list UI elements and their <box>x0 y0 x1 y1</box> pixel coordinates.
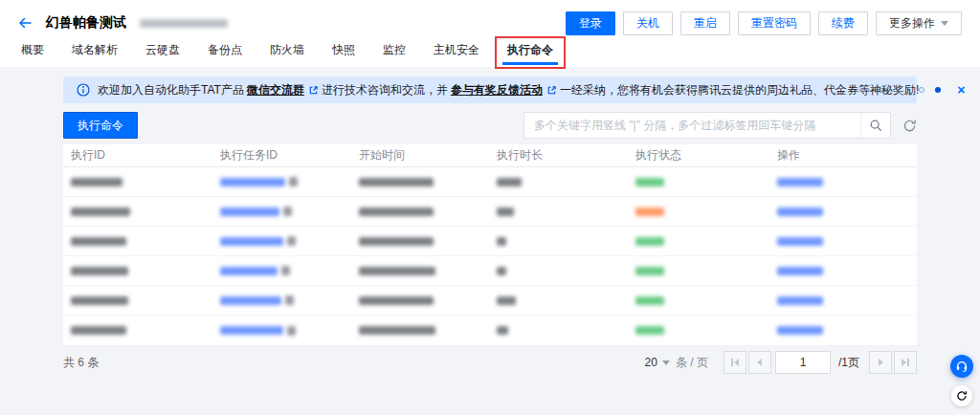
tab-backup-point[interactable]: 备份点 <box>206 39 244 67</box>
quick-reload-button[interactable] <box>951 385 972 406</box>
table-row <box>63 167 917 197</box>
status-redacted <box>635 326 664 335</box>
restart-button[interactable]: 重启 <box>680 11 730 35</box>
tab-cloud-disk[interactable]: 云硬盘 <box>144 39 182 67</box>
first-page-button[interactable] <box>724 351 746 374</box>
feedback-activity-link[interactable]: 参与有奖反馈活动 <box>451 82 543 98</box>
table-cell <box>489 296 628 305</box>
page-title: 幻兽帕鲁测试 <box>46 14 126 32</box>
action-link-redacted[interactable] <box>777 296 823 305</box>
table-cell <box>351 178 489 186</box>
duration-redacted <box>497 267 506 275</box>
execution-id-redacted <box>71 178 122 186</box>
start-time-redacted <box>359 208 434 216</box>
execute-command-button[interactable]: 执行命令 <box>63 112 138 139</box>
external-link-icon[interactable] <box>546 85 557 96</box>
duration-redacted <box>497 326 508 335</box>
tab-firewall[interactable]: 防火墙 <box>268 39 306 67</box>
execution-id-redacted <box>71 208 130 216</box>
table-cell <box>212 177 351 186</box>
refresh-table-icon[interactable] <box>902 119 917 133</box>
tab-execute-command[interactable]: 执行命令 <box>505 39 555 67</box>
table-header-row: 执行ID执行任务ID开始时间执行时长执行状态操作 <box>63 144 917 167</box>
last-page-button[interactable] <box>894 351 917 374</box>
renew-button[interactable]: 续费 <box>818 11 868 35</box>
reset-password-button[interactable]: 重置密码 <box>738 11 811 35</box>
copy-icon-redacted[interactable] <box>287 236 296 246</box>
wechat-group-link[interactable]: 微信交流群 <box>247 82 304 98</box>
more-actions-button[interactable]: 更多操作 <box>876 11 962 35</box>
action-link-redacted[interactable] <box>777 208 823 216</box>
carousel-dot-2[interactable] <box>935 87 941 93</box>
table-cell <box>489 326 628 335</box>
table-body <box>63 167 917 345</box>
tab-snapshot[interactable]: 快照 <box>330 39 357 67</box>
page-size-select[interactable]: 20 <box>645 356 670 369</box>
task-id-link-redacted[interactable] <box>220 326 283 335</box>
table-cell <box>769 326 917 335</box>
page-number-input[interactable]: 1 <box>775 351 831 374</box>
copy-icon-redacted[interactable] <box>287 326 296 336</box>
table-cell <box>212 207 351 216</box>
task-id-link-redacted[interactable] <box>220 267 278 275</box>
action-link-redacted[interactable] <box>777 178 823 186</box>
table-cell <box>769 237 917 246</box>
search-input[interactable] <box>524 119 860 132</box>
status-redacted <box>635 267 664 275</box>
shutdown-button[interactable]: 关机 <box>623 11 673 35</box>
copy-icon-redacted[interactable] <box>281 266 290 275</box>
banner-controls: × <box>919 83 965 97</box>
page-size-value: 20 <box>645 356 657 369</box>
total-pages-label: /1页 <box>838 355 859 371</box>
action-link-redacted[interactable] <box>777 267 823 275</box>
task-id-link-redacted[interactable] <box>220 208 279 216</box>
tab-host-security[interactable]: 主机安全 <box>432 39 481 67</box>
tab-monitor[interactable]: 监控 <box>381 39 408 67</box>
external-link-icon[interactable] <box>308 85 319 96</box>
start-time-redacted <box>359 237 434 246</box>
carousel-dot-1[interactable] <box>919 87 924 93</box>
banner-text: 欢迎加入自动化助手TAT产品 <box>98 82 244 98</box>
prev-page-button[interactable] <box>748 351 771 374</box>
column-header: 执行ID <box>63 147 212 164</box>
tab-bar: 概要域名解析云硬盘备份点防火墙快照监控主机安全执行命令 <box>0 42 980 67</box>
headset-icon <box>955 360 969 373</box>
banner-close-icon[interactable]: × <box>957 83 965 97</box>
info-banner: 欢迎加入自动化助手TAT产品 微信交流群 进行技术咨询和交流，并 参与有奖反馈活… <box>63 76 917 103</box>
instance-subtitle-redacted <box>140 19 228 28</box>
duration-redacted <box>497 237 506 246</box>
execution-id-redacted <box>71 267 128 275</box>
table-row <box>63 256 917 286</box>
tab-dns[interactable]: 域名解析 <box>70 39 120 67</box>
search-icon[interactable] <box>860 113 890 138</box>
table-cell <box>212 266 351 275</box>
task-id-link-redacted[interactable] <box>220 296 281 305</box>
task-id-link-redacted[interactable] <box>220 237 283 246</box>
login-button[interactable]: 登录 <box>566 11 615 35</box>
customer-service-button[interactable] <box>950 355 973 378</box>
task-id-link-redacted[interactable] <box>220 178 285 186</box>
top-bar: 幻兽帕鲁测试 登录关机重启重置密码续费更多操作 概要域名解析云硬盘备份点防火墙快… <box>0 0 980 67</box>
tab-overview[interactable]: 概要 <box>19 39 46 67</box>
start-time-redacted <box>359 326 435 335</box>
action-link-redacted[interactable] <box>777 326 823 335</box>
table-cell <box>628 296 769 305</box>
next-page-button[interactable] <box>869 351 892 374</box>
table-cell <box>63 326 212 335</box>
execution-id-redacted <box>71 296 128 305</box>
banner-text: 一经采纳，您将有机会获得腾讯云提供的周边礼品、代金券等神秘奖励! <box>560 82 919 98</box>
status-redacted <box>635 237 664 246</box>
table-cell <box>63 267 212 275</box>
table-footer: 共 6 条 20 条 / 页 1 /1页 <box>63 345 917 379</box>
back-button[interactable] <box>17 15 33 31</box>
copy-icon-redacted[interactable] <box>289 177 298 186</box>
table-cell <box>212 236 351 246</box>
copy-icon-redacted[interactable] <box>285 295 294 305</box>
start-time-redacted <box>359 267 435 275</box>
copy-icon-redacted[interactable] <box>283 207 292 216</box>
instance-action-buttons: 登录关机重启重置密码续费更多操作 <box>566 11 962 35</box>
action-link-redacted[interactable] <box>777 237 823 246</box>
start-time-redacted <box>359 296 434 305</box>
table-cell <box>351 237 489 246</box>
table-cell <box>628 237 769 246</box>
